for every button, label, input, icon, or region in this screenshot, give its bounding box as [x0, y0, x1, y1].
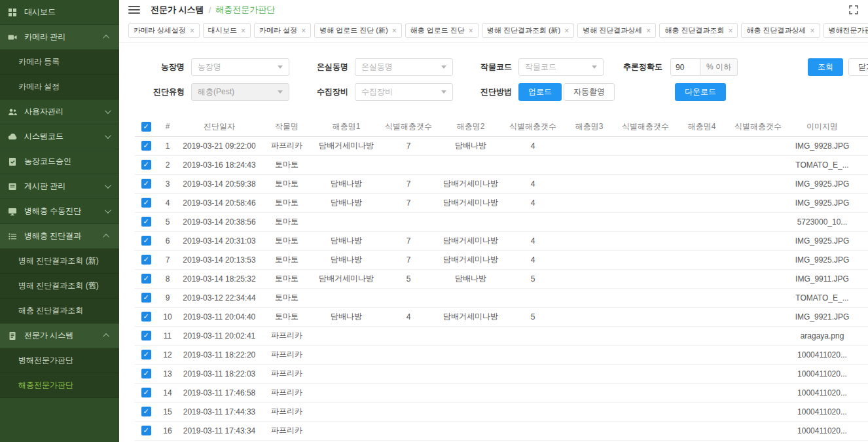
sidebar-item-5[interactable]: 게시판 관리	[0, 174, 119, 199]
table-row[interactable]: ✓42019-03-14 20:58:46토마토담배나방7담배거세미나방4IMG…	[135, 193, 868, 212]
column-header[interactable]: 해충명2	[437, 117, 504, 136]
column-header[interactable]: 식별해충갯수	[380, 117, 437, 136]
sidebar-subitem[interactable]: 해충 진단결과조회	[0, 299, 119, 323]
diagnosis-type-select[interactable]: 해충(Pest)	[191, 83, 289, 101]
sidebar-item-4[interactable]: 농장코드승인	[0, 149, 119, 174]
sidebar-subitem[interactable]: 해충전문가판단	[0, 373, 119, 398]
tab-5[interactable]: 해충 업로드 진단×	[405, 23, 479, 38]
tab-9[interactable]: 해충 진단결과상세×	[741, 23, 820, 38]
row-checkbox[interactable]: ✓	[141, 198, 151, 208]
tab-close-icon[interactable]: ×	[810, 27, 815, 35]
column-header[interactable]: #	[157, 117, 178, 136]
close-button[interactable]: 닫기	[848, 58, 868, 76]
sidebar-subitem[interactable]: 병해 진단결과조회 (舊)	[0, 274, 119, 299]
table-row[interactable]: ✓162019-03-11 17:43:34파프리카1000411020...2…	[135, 421, 868, 440]
row-checkbox[interactable]: ✓	[141, 179, 151, 189]
table-row[interactable]: ✓92019-03-12 22:34:44토마토TOMATO_E_...201	[135, 288, 868, 307]
search-button[interactable]: 조회	[808, 58, 843, 76]
tab-close-icon[interactable]: ×	[728, 27, 732, 35]
tab-close-icon[interactable]: ×	[469, 27, 473, 35]
tab-close-icon[interactable]: ×	[301, 27, 306, 35]
table-cell: 2019-03-14 20:13:53	[178, 250, 261, 269]
table-row[interactable]: ✓72019-03-14 20:13:53토마토담배나방7담배거세미나방4IMG…	[135, 250, 868, 269]
row-checkbox[interactable]: ✓	[141, 369, 151, 378]
tab-1[interactable]: 카메라 상세설정×	[128, 23, 200, 38]
sidebar-item-0[interactable]: 대시보드	[0, 0, 119, 25]
row-checkbox[interactable]: ✓	[141, 141, 151, 151]
row-checkbox[interactable]: ✓	[141, 293, 151, 303]
table-row[interactable]: ✓62019-03-14 20:31:03토마토담배나방7담배거세미나방4IMG…	[135, 231, 868, 250]
row-checkbox[interactable]: ✓	[141, 255, 151, 265]
column-header[interactable]: 이미지명	[787, 117, 858, 136]
column-header[interactable]: 식별해충갯수	[729, 117, 787, 136]
sidebar-item-7[interactable]: 병해충 진단결과	[0, 224, 119, 249]
sidebar-subitem[interactable]: 병해전문가판단	[0, 348, 119, 373]
sidebar-subitem[interactable]: 카메라 설정	[0, 75, 119, 100]
sidebar-item-2[interactable]: 사용자관리	[0, 100, 119, 124]
column-header[interactable]: 작물명	[261, 117, 313, 136]
fullscreen-icon[interactable]	[848, 5, 859, 15]
row-checkbox[interactable]: ✓	[141, 217, 151, 227]
greenhouse-select[interactable]: 온실동명	[355, 58, 453, 76]
table-row[interactable]: ✓12019-03-21 09:22:00파프리카담배거세미나방7담배나방4IM…	[135, 136, 868, 155]
sidebar-item-6[interactable]: 병해충 수동진단	[0, 199, 119, 224]
sidebar-subitem[interactable]: 카메라 등록	[0, 50, 119, 75]
row-checkbox[interactable]: ✓	[141, 274, 151, 284]
tab-close-icon[interactable]: ×	[564, 27, 569, 35]
column-header[interactable]: 식별해충갯수	[504, 117, 562, 136]
method-auto-button[interactable]: 자동촬영	[564, 83, 615, 101]
sidebar-item-8[interactable]: 전문가 시스템	[0, 323, 119, 348]
hamburger-menu-icon[interactable]	[128, 6, 140, 14]
row-checkbox[interactable]: ✓	[141, 331, 151, 341]
row-checkbox[interactable]: ✓	[141, 388, 151, 397]
tab-close-icon[interactable]: ×	[392, 27, 397, 35]
table-cell: 담배거세미나방	[313, 269, 380, 288]
table-header-row: ✓#진단일자작물명해충명1식별해충갯수해충명2식별해충갯수해충명3식별해충갯수해…	[135, 117, 868, 136]
row-checkbox[interactable]: ✓	[141, 426, 151, 435]
column-header[interactable]: 진단일자	[178, 117, 261, 136]
tab-close-icon[interactable]: ×	[646, 27, 651, 35]
download-button[interactable]: 다운로드	[675, 83, 726, 101]
table-row[interactable]: ✓102019-03-11 20:04:40토마토담배나방4담배거세미나방5IM…	[135, 307, 868, 326]
sidebar-item-3[interactable]: 시스템코드	[0, 124, 119, 149]
column-header[interactable]: 식별해충갯수	[617, 117, 674, 136]
select-all-cell: ✓	[135, 117, 157, 136]
table-row[interactable]: ✓112019-03-11 20:02:41파프리카aragaya.png201	[135, 326, 868, 345]
row-checkbox[interactable]: ✓	[141, 407, 151, 416]
method-upload-button[interactable]: 업로드	[518, 83, 562, 101]
tab-7[interactable]: 병해 진단결과상세×	[577, 23, 656, 38]
tab-close-icon[interactable]: ×	[241, 27, 245, 35]
row-checkbox[interactable]: ✓	[141, 160, 151, 170]
diagnosis-result-icon	[8, 232, 18, 241]
farm-code-icon	[8, 157, 18, 166]
column-header[interactable]: 해충명3	[562, 117, 617, 136]
row-checkbox[interactable]: ✓	[141, 350, 151, 359]
sidebar-item-1[interactable]: 카메라 관리	[0, 25, 119, 50]
table-row[interactable]: ✓122019-03-11 18:22:20파프리카1000411020...2…	[135, 345, 868, 364]
tab-close-icon[interactable]: ×	[190, 27, 194, 35]
table-row[interactable]: ✓152019-03-11 17:44:33파프리카1000411020...2…	[135, 402, 868, 421]
tab-2[interactable]: 대시보드×	[203, 23, 251, 38]
table-row[interactable]: ✓32019-03-14 20:59:38토마토담배나방7담배거세미나방4IMG…	[135, 174, 868, 193]
tab-4[interactable]: 병해 업로드 진단 (新)×	[314, 23, 402, 38]
row-checkbox[interactable]: ✓	[141, 312, 151, 322]
tab-8[interactable]: 해충 진단결과조회×	[659, 23, 738, 38]
tab-10[interactable]: 병해전문가판단×	[823, 23, 868, 38]
sidebar-subitem[interactable]: 병해 진단결과조회 (新)	[0, 249, 119, 274]
row-checkbox[interactable]: ✓	[141, 236, 151, 246]
accuracy-input[interactable]	[670, 58, 700, 76]
table-row[interactable]: ✓132019-03-11 18:22:03파프리카1000411020...2…	[135, 364, 868, 383]
table-row[interactable]: ✓22019-03-16 18:24:43토마토TOMATO_E_...201	[135, 155, 868, 174]
table-row[interactable]: ✓82019-03-14 18:25:32토마토담배거세미나방5담배나방5IMG…	[135, 269, 868, 288]
tab-6[interactable]: 병해 진단결과조회 (新)×	[482, 23, 574, 38]
table-cell	[729, 269, 787, 288]
table-row[interactable]: ✓142019-03-11 17:46:58파프리카1000411020...2…	[135, 383, 868, 402]
crop-code-select[interactable]: 작물코드	[518, 58, 604, 76]
table-row[interactable]: ✓52019-03-14 20:38:56토마토5723000_10...201	[135, 212, 868, 231]
farm-name-select[interactable]: 농장명	[191, 58, 289, 76]
device-select[interactable]: 수집장비	[355, 83, 453, 101]
tab-3[interactable]: 카메라 설정×	[254, 23, 311, 38]
select-all-checkbox[interactable]: ✓	[141, 122, 151, 132]
column-header[interactable]: 해충명4	[674, 117, 729, 136]
column-header[interactable]: 해충명1	[313, 117, 380, 136]
